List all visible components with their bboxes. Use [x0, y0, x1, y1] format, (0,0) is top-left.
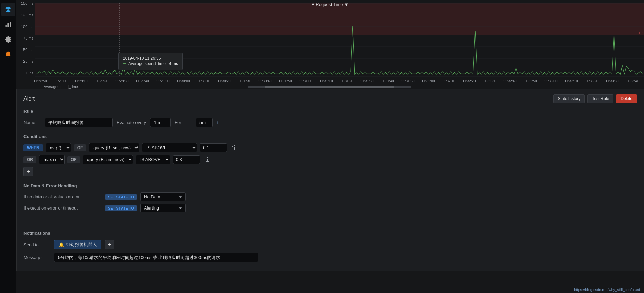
- sidebar-icon-chart[interactable]: [1, 18, 15, 31]
- svg-text:11:30:50: 11:30:50: [279, 79, 292, 83]
- sidebar-icon-gear[interactable]: [1, 33, 15, 46]
- rule-row: Name Evaluate every For ℹ: [23, 118, 637, 127]
- notifications-section: Notifications Send to 🔔 钉钉报警机器人 + Messag…: [16, 225, 644, 271]
- add-notification-button[interactable]: +: [105, 240, 114, 249]
- evaluate-every-input[interactable]: [150, 118, 171, 127]
- nodata-label-1: If no data or all values are null: [23, 194, 102, 199]
- svg-text:125 ms: 125 ms: [21, 13, 34, 17]
- svg-text:11:29:10: 11:29:10: [75, 79, 88, 83]
- svg-text:11:31:20: 11:31:20: [340, 79, 353, 83]
- svg-text:Average spend_time: Average spend_time: [44, 84, 78, 89]
- nodata-label-2: If execution error or timeout: [23, 205, 102, 211]
- svg-text:11:33:10: 11:33:10: [565, 79, 578, 83]
- notifications-title: Notifications: [23, 231, 637, 236]
- set-state-badge-2: SET STATE TO: [105, 205, 137, 211]
- main-content: 150 ms 125 ms 100 ms 75 ms 50 ms 25 ms 0…: [16, 0, 644, 271]
- nodata-section: No Data & Error Handling If no data or a…: [23, 183, 637, 212]
- svg-text:0.1: 0.1: [639, 31, 644, 35]
- nodata-state-select[interactable]: No Data Alerting Keep Last State OK: [140, 192, 186, 201]
- svg-text:11:30:20: 11:30:20: [218, 79, 231, 83]
- error-state-select[interactable]: No Data Alerting Keep Last State OK: [140, 204, 186, 212]
- sidebar: [0, 0, 16, 271]
- svg-text:11:33:30: 11:33:30: [606, 79, 619, 83]
- alert-buttons: State history Test Rule Delete: [553, 94, 637, 103]
- svg-text:11:33:40: 11:33:40: [626, 79, 639, 83]
- svg-text:11:33:00: 11:33:00: [544, 79, 558, 83]
- svg-text:25 ms: 25 ms: [23, 59, 33, 63]
- set-state-badge-1: SET STATE TO: [105, 194, 137, 200]
- chart-svg: 150 ms 125 ms 100 ms 75 ms 50 ms 25 ms 0…: [16, 0, 644, 89]
- svg-rect-0: [6, 25, 7, 27]
- svg-text:11:31:10: 11:31:10: [320, 79, 333, 83]
- svg-text:11:32:40: 11:32:40: [503, 79, 517, 83]
- nodata-row-2: If execution error or timeout SET STATE …: [23, 204, 637, 212]
- svg-text:100 ms: 100 ms: [21, 25, 34, 29]
- comparator-select-2[interactable]: IS ABOVE IS BELOW: [136, 155, 170, 164]
- svg-text:11:31:40: 11:31:40: [381, 79, 394, 83]
- rule-name-input[interactable]: [45, 118, 113, 127]
- notification-tag[interactable]: 🔔 钉钉报警机器人: [54, 240, 101, 249]
- message-row: Message: [23, 253, 637, 262]
- nodata-row-1: If no data or all values are null SET ST…: [23, 192, 637, 201]
- func-select-2[interactable]: avg () max () min () sum (): [39, 155, 65, 164]
- svg-text:50 ms: 50 ms: [23, 48, 33, 52]
- svg-text:11:30:00: 11:30:00: [177, 79, 190, 83]
- svg-rect-2: [10, 22, 11, 27]
- sidebar-icon-bell[interactable]: [1, 48, 15, 61]
- threshold-value-1[interactable]: [200, 143, 227, 152]
- svg-text:11:30:40: 11:30:40: [258, 79, 272, 83]
- svg-text:150 ms: 150 ms: [21, 1, 34, 5]
- test-rule-button[interactable]: Test Rule: [587, 94, 613, 103]
- alert-panel: Alert State history Test Rule Delete Rul…: [16, 89, 644, 225]
- info-icon[interactable]: ℹ: [217, 120, 219, 125]
- comparator-select-1[interactable]: IS ABOVE IS BELOW IS OUTSIDE RANGE: [142, 143, 197, 152]
- when-badge: WHEN: [23, 144, 43, 151]
- message-label: Message: [23, 255, 51, 260]
- svg-text:11:30:10: 11:30:10: [197, 79, 210, 83]
- func-select-1[interactable]: avg () max () min () sum (): [46, 143, 71, 152]
- bell-tag-icon: 🔔: [59, 242, 64, 247]
- or-badge: OR: [23, 156, 36, 163]
- conditions-section-title: Conditions: [23, 134, 637, 139]
- send-to-label: Send to: [23, 242, 51, 247]
- svg-text:11:33:20: 11:33:20: [585, 79, 598, 83]
- svg-rect-1: [7, 23, 9, 27]
- condition-row-1: WHEN avg () max () min () sum () OF quer…: [23, 143, 637, 152]
- message-input[interactable]: [54, 253, 258, 262]
- svg-text:11:29:00: 11:29:00: [54, 79, 67, 83]
- delete-condition-2[interactable]: 🗑: [203, 156, 212, 164]
- rule-section-title: Rule: [23, 109, 637, 114]
- svg-text:11:32:30: 11:32:30: [483, 79, 496, 83]
- for-input[interactable]: [196, 118, 213, 127]
- svg-text:11:31:50: 11:31:50: [401, 79, 415, 83]
- send-to-row: Send to 🔔 钉钉报警机器人 +: [23, 240, 637, 249]
- alert-header: Alert State history Test Rule Delete: [23, 94, 637, 103]
- svg-text:11:30:30: 11:30:30: [238, 79, 251, 83]
- state-history-button[interactable]: State history: [553, 94, 585, 103]
- svg-text:75 ms: 75 ms: [23, 36, 33, 40]
- svg-rect-55: [37, 87, 42, 87]
- add-condition-button[interactable]: +: [23, 167, 33, 176]
- of-badge-2: OF: [67, 156, 80, 163]
- nodata-section-title: No Data & Error Handling: [23, 183, 637, 188]
- chart-container: 150 ms 125 ms 100 ms 75 ms 50 ms 25 ms 0…: [16, 0, 644, 89]
- svg-text:♥ Request Time ▼: ♥ Request Time ▼: [312, 2, 349, 7]
- notification-tag-label: 钉钉报警机器人: [66, 242, 97, 248]
- query-select-2[interactable]: query (B, 5m, now): [83, 155, 133, 164]
- svg-text:11:31:00: 11:31:00: [299, 79, 312, 83]
- svg-rect-4: [35, 3, 644, 35]
- alert-title: Alert: [23, 96, 35, 102]
- rule-section: Rule Name Evaluate every For ℹ: [23, 109, 637, 127]
- query-select-1[interactable]: query (B, 5m, now): [89, 143, 139, 152]
- delete-condition-1[interactable]: 🗑: [230, 144, 239, 152]
- svg-rect-54: [265, 86, 394, 88]
- for-label: For: [175, 120, 192, 125]
- svg-text:11:29:50: 11:29:50: [156, 79, 170, 83]
- sidebar-icon-layers[interactable]: [1, 3, 15, 16]
- svg-text:11:29:20: 11:29:20: [95, 79, 108, 83]
- threshold-value-2[interactable]: [173, 155, 200, 164]
- svg-text:11:32:20: 11:32:20: [463, 79, 476, 83]
- svg-text:11:29:30: 11:29:30: [115, 79, 129, 83]
- svg-text:0 ns: 0 ns: [26, 71, 33, 75]
- delete-button[interactable]: Delete: [616, 94, 637, 103]
